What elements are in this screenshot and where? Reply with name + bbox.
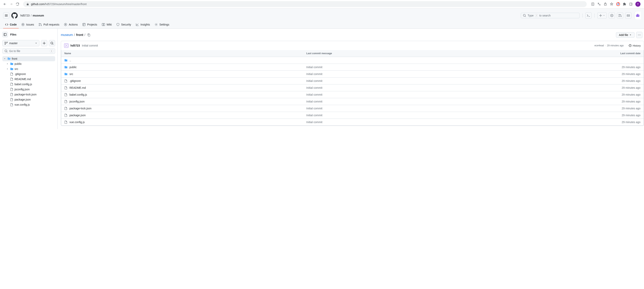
copy-path-button[interactable] xyxy=(86,33,91,37)
file-link[interactable]: jsconfig.json xyxy=(70,100,84,103)
tree-label: README.md xyxy=(14,78,31,81)
more-options-button[interactable] xyxy=(636,32,642,38)
tree-item-babel[interactable]: babel.config.js xyxy=(2,82,55,87)
commit-msg-link[interactable]: Initial commit xyxy=(306,66,322,69)
copilot-button[interactable] xyxy=(634,12,641,20)
file-link[interactable]: vue.config.js xyxy=(70,121,85,124)
reload-icon[interactable] xyxy=(16,2,19,6)
tab-insights[interactable]: Insights xyxy=(134,21,152,29)
sidebar-title: Files xyxy=(10,33,16,36)
commit-msg-link[interactable]: Initial commit xyxy=(306,107,322,110)
repo-link[interactable]: museum xyxy=(33,14,44,17)
folder-icon xyxy=(64,66,68,69)
tree-item-pkg[interactable]: package.json xyxy=(2,97,55,102)
tab-settings[interactable]: Settings xyxy=(153,21,171,29)
table-row[interactable]: README.mdInitial commit29 minutes ago xyxy=(61,84,644,91)
table-row[interactable]: package.jsonInitial commit29 minutes ago xyxy=(61,112,644,119)
commit-msg-link[interactable]: Initial commit xyxy=(306,86,322,89)
go-to-file-label: Go to file xyxy=(9,50,20,53)
tree-item-src[interactable]: src xyxy=(2,66,55,72)
tab-wiki[interactable]: Wiki xyxy=(100,21,114,29)
share-icon[interactable] xyxy=(604,2,607,6)
file-link[interactable]: README.md xyxy=(70,86,86,89)
branch-picker[interactable]: master xyxy=(2,40,40,46)
table-row[interactable]: babel.config.jsInitial commit29 minutes … xyxy=(61,91,644,98)
folder-icon xyxy=(10,67,13,71)
commit-msg-link[interactable]: Initial commit xyxy=(306,73,322,76)
tab-projects[interactable]: Projects xyxy=(80,21,99,29)
browser-chrome: github.com/hd5723/museum/tree/master/fro… xyxy=(0,0,644,9)
owner-link[interactable]: hd5723 xyxy=(20,14,30,17)
file-link[interactable]: babel.config.js xyxy=(70,93,87,96)
translate-icon[interactable] xyxy=(597,2,601,6)
table-row[interactable]: package-lock.jsonInitial commit29 minute… xyxy=(61,105,644,112)
file-link[interactable]: public xyxy=(70,66,77,69)
add-file-button[interactable] xyxy=(41,40,47,46)
commit-author[interactable]: hd5723 xyxy=(70,44,80,47)
chrome-apps-icon[interactable] xyxy=(616,2,620,6)
collapse-sidebar-button[interactable] xyxy=(2,32,8,37)
commit-msg-link[interactable]: Initial commit xyxy=(306,79,322,83)
create-new-button[interactable] xyxy=(597,12,607,19)
table-row[interactable]: .gitignoreInitial commit29 minutes ago xyxy=(61,78,644,84)
add-file-button[interactable]: Add file xyxy=(616,32,634,38)
forward-icon[interactable] xyxy=(10,2,13,6)
breadcrumb-root[interactable]: museum xyxy=(61,33,73,37)
command-palette-button[interactable] xyxy=(585,12,592,19)
hamburger-menu-button[interactable] xyxy=(3,12,10,19)
search-files-button[interactable] xyxy=(49,40,55,46)
extensions-icon[interactable] xyxy=(623,2,626,6)
tree-item-readme[interactable]: README.md xyxy=(2,77,55,82)
table-row[interactable]: publicInitial commit29 minutes ago xyxy=(61,64,644,71)
commit-msg-link[interactable]: Initial commit xyxy=(306,93,322,96)
side-panel-icon[interactable] xyxy=(629,2,632,6)
tab-issues[interactable]: Issues xyxy=(20,21,36,29)
tree-item-jsconfig[interactable]: jsconfig.json xyxy=(2,87,55,92)
back-icon[interactable] xyxy=(3,2,7,6)
bookmark-icon[interactable] xyxy=(610,2,614,6)
github-logo-icon[interactable] xyxy=(12,12,18,19)
table-row[interactable]: jsconfig.jsonInitial commit29 minutes ag… xyxy=(61,98,644,105)
commit-msg-link[interactable]: Initial commit xyxy=(306,100,322,103)
tree-item-pkglock[interactable]: package-lock.json xyxy=(2,92,55,97)
commit-msg-link[interactable]: Initial commit xyxy=(306,121,322,124)
history-button[interactable]: History xyxy=(628,44,641,47)
file-link[interactable]: package.json xyxy=(70,114,86,117)
parent-dir-row[interactable]: .. xyxy=(61,57,644,64)
tree-item-front[interactable]: front xyxy=(2,56,55,61)
tab-actions[interactable]: Actions xyxy=(62,21,80,29)
commit-message[interactable]: Initial commit xyxy=(82,44,98,47)
tab-security[interactable]: Security xyxy=(114,21,133,29)
parent-dir-link[interactable]: .. xyxy=(70,59,71,62)
profile-avatar[interactable]: T xyxy=(635,2,640,7)
file-date: 29 minutes ago xyxy=(525,79,640,83)
file-date: 29 minutes ago xyxy=(525,86,640,89)
file-link[interactable]: src xyxy=(70,73,73,76)
table-row[interactable]: srcInitial commit29 minutes ago xyxy=(61,71,644,78)
file-link[interactable]: .gitignore xyxy=(70,79,81,83)
install-icon[interactable] xyxy=(591,2,594,6)
global-search-input[interactable]: Type / to search xyxy=(521,13,580,18)
tree-item-gitignore[interactable]: .gitignore xyxy=(2,72,55,77)
author-avatar[interactable] xyxy=(64,43,68,48)
svg-rect-9 xyxy=(637,14,638,15)
go-to-file-input[interactable]: Go to file t xyxy=(2,48,55,54)
tree-item-vueconfig[interactable]: vue.config.js xyxy=(2,102,55,107)
history-icon xyxy=(628,44,632,47)
notifications-button[interactable] xyxy=(625,12,632,19)
commit-msg-link[interactable]: Initial commit xyxy=(306,114,322,117)
url-bar[interactable]: github.com/hd5723/museum/tree/master/fro… xyxy=(23,1,587,7)
file-tree: front public src .gitignore README.md ba… xyxy=(2,56,55,107)
tab-code-label: Code xyxy=(10,23,17,26)
pull-requests-button[interactable] xyxy=(617,12,623,19)
issues-button[interactable] xyxy=(609,12,615,19)
add-file-label: Add file xyxy=(619,33,628,37)
tab-pull-requests[interactable]: Pull requests xyxy=(37,21,61,29)
tab-code[interactable]: Code xyxy=(3,21,19,29)
commit-time: 29 minutes ago xyxy=(607,44,624,47)
tree-item-public[interactable]: public xyxy=(2,61,55,66)
commit-sha[interactable]: ece4ead xyxy=(594,44,604,47)
file-link[interactable]: package-lock.json xyxy=(70,107,92,110)
table-row[interactable]: vue.config.jsInitial commit29 minutes ag… xyxy=(61,119,644,125)
chevron-right-icon xyxy=(6,68,9,70)
